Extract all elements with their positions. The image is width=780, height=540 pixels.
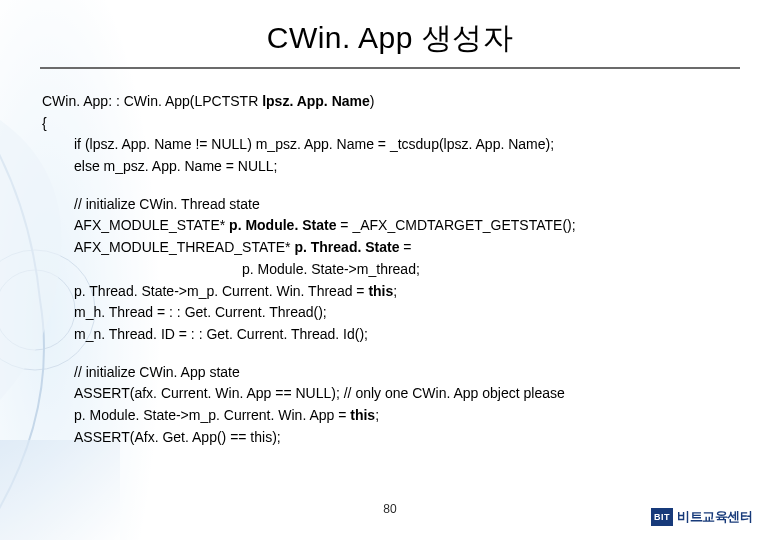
brand-text: 비트교육센터 [677, 508, 752, 526]
code-content: CWin. App: : CWin. App(LPCTSTR lpsz. App… [40, 69, 740, 448]
title-area: CWin. App 생성자 [40, 18, 740, 65]
code-line: p. Thread. State->m_p. Current. Win. Thr… [42, 281, 734, 303]
code-line: if (lpsz. App. Name != NULL) m_psz. App.… [42, 134, 734, 156]
code-line: p. Module. State->m_p. Current. Win. App… [42, 405, 734, 427]
code-line: { [42, 115, 47, 131]
code-block-1: CWin. App: : CWin. App(LPCTSTR lpsz. App… [42, 91, 734, 178]
code-line: ASSERT(afx. Current. Win. App == NULL); … [42, 383, 734, 405]
brand-logo: BIT [651, 508, 673, 526]
code-block-2: // initialize CWin. Thread stateAFX_MODU… [42, 194, 734, 346]
code-bold: lpsz. App. Name [262, 93, 370, 109]
code-line: AFX_MODULE_THREAD_STATE* p. Thread. Stat… [42, 237, 734, 259]
code-line: CWin. App: : CWin. App(LPCTSTR [42, 93, 262, 109]
brand: BIT 비트교육센터 [651, 508, 752, 526]
page-number: 80 [383, 502, 396, 516]
code-comment: // initialize CWin. App state [42, 362, 734, 384]
code-block-3: // initialize CWin. App stateASSERT(afx.… [42, 362, 734, 449]
code-line: m_h. Thread = : : Get. Current. Thread()… [42, 302, 734, 324]
code-line: p. Module. State->m_thread; [42, 259, 734, 281]
slide: CWin. App 생성자 CWin. App: : CWin. App(LPC… [0, 0, 780, 540]
code-line: AFX_MODULE_STATE* p. Module. State = _AF… [42, 215, 734, 237]
code-line: else m_psz. App. Name = NULL; [42, 156, 734, 178]
code-line: ASSERT(Afx. Get. App() == this); [42, 427, 734, 449]
footer: 80 BIT 비트교육센터 [0, 502, 780, 526]
code-line: m_n. Thread. ID = : : Get. Current. Thre… [42, 324, 734, 346]
code-comment: // initialize CWin. Thread state [42, 194, 734, 216]
code-line: ) [370, 93, 375, 109]
slide-title: CWin. App 생성자 [40, 18, 740, 59]
